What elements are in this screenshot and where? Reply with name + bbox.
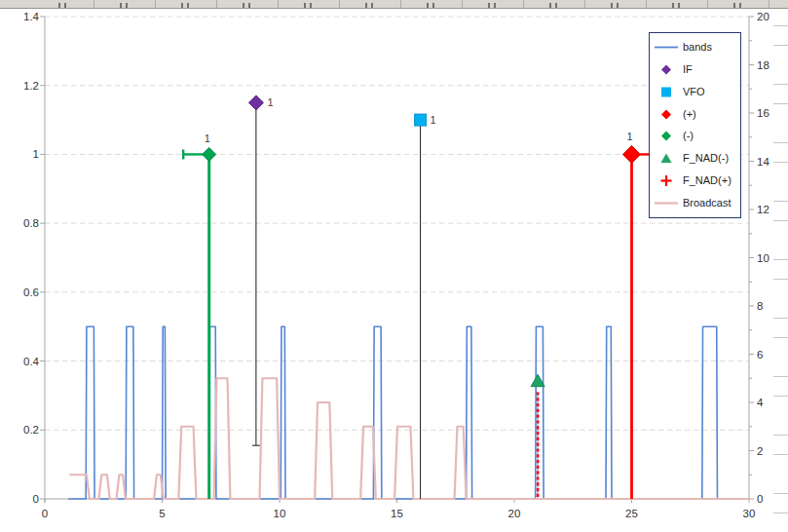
legend-item-label: IF [683,64,693,75]
x-axis-tick-label[interactable]: 30 [743,508,756,519]
legend-square-icon [650,86,683,98]
right-axis-tick-label[interactable]: 0 [757,493,763,505]
marker-VFO[interactable] [415,114,427,126]
spreadsheet-cells-right[interactable] [769,9,788,532]
row-strip-text-remnant [64,3,66,8]
spreadsheet-gridlines [773,9,788,532]
row-strip-text-remnant [672,3,674,8]
x-axis-tick-label[interactable]: 20 [508,508,521,519]
legend-triangle-icon [650,152,683,165]
right-axis-tick-label[interactable]: 10 [757,252,769,264]
row-strip-text-remnant [617,3,619,8]
legend-diamond-icon [650,108,683,121]
data-label-(-): 1 [205,133,210,144]
legend-item-label: Broadcast [683,198,732,209]
spreadsheet-with-chart: 00.20.40.60.811.21.402468101214161820051… [0,0,788,532]
marker-(-)[interactable] [203,147,216,161]
right-axis-tick-label[interactable]: 12 [757,204,769,215]
row-strip-text-remnant [611,3,613,8]
left-axis-tick-label[interactable]: 1 [33,148,39,160]
row-strip-text-remnant [488,3,490,8]
legend-item-label: (-) [683,131,694,141]
row-strip-text-remnant [432,3,434,8]
row-strip-text-remnant [248,3,250,8]
x-axis-tick-label[interactable]: 5 [159,508,165,519]
right-axis-tick-label[interactable]: 16 [757,107,769,119]
right-axis-tick-label[interactable]: 20 [757,11,769,22]
legend-item--[interactable]: (+) [650,104,740,125]
x-axis-tick-label[interactable]: 10 [274,508,286,519]
right-axis-tick-label[interactable]: 8 [757,300,763,312]
row-strip-text-remnant [187,3,189,8]
row-strip-text-remnant [555,3,557,8]
right-axis-tick-label[interactable]: 14 [757,156,769,168]
row-strip-text-remnant [310,3,312,8]
right-axis-tick-label[interactable]: 18 [757,59,769,71]
series-bands[interactable] [68,326,749,499]
row-strip-text-remnant [126,3,128,8]
left-axis-tick-label[interactable]: 0 [33,493,39,505]
row-strip-text-remnant [678,3,680,8]
legend-item-label: (+) [683,109,696,120]
left-axis-tick-label[interactable]: 0.6 [23,286,39,298]
left-axis-tick-label[interactable]: 0.4 [23,356,40,367]
data-label-VFO: 1 [431,114,436,126]
left-axis-tick-label[interactable]: 0.8 [23,217,39,229]
left-axis-tick-label[interactable]: 1.2 [23,80,39,92]
chart-legend[interactable]: bandsIFVFO(+)(-)F_NAD(-)F_NAD(+)Broadcas… [649,32,741,218]
left-axis-tick-label[interactable]: 0.2 [23,424,39,436]
row-strip-text-remnant [739,3,741,8]
x-axis-tick-label[interactable]: 25 [625,508,638,519]
legend-line-icon [650,41,683,54]
row-strip-text-remnant [58,3,60,8]
legend-item--[interactable]: (-) [650,126,740,146]
right-axis-tick-label[interactable]: 4 [757,397,764,408]
legend-item-vfo[interactable]: VFO [650,82,740,102]
row-strip-text-remnant [120,3,122,8]
series-Broadcast[interactable] [69,378,749,499]
legend-item-if[interactable]: IF [650,59,740,80]
legend-item-label: bands [683,42,712,53]
legend-diamond-icon [650,130,683,142]
legend-item-bands[interactable]: bands [650,37,740,57]
marker-IF[interactable] [248,95,263,110]
row-strip-text-remnant [304,3,306,8]
x-axis-tick-label[interactable]: 0 [42,508,48,519]
legend-diamond-icon [650,63,683,76]
row-strip-text-remnant [371,3,373,8]
row-strip-text-remnant [243,3,244,8]
marker-(+)[interactable] [623,145,641,163]
data-label-IF: 1 [267,96,273,108]
row-strip-text-remnant [181,3,183,8]
left-axis-tick-label[interactable]: 1.4 [23,11,40,22]
legend-item-broadcast[interactable]: Broadcast [650,193,740,213]
row-strip-text-remnant [494,3,496,8]
legend-item-f-nad-[interactable]: F_NAD(+) [650,171,740,191]
legend-item-label: F_NAD(-) [683,153,729,164]
legend-line-icon [650,197,683,209]
legend-item-label: VFO [683,87,705,97]
row-strip-text-remnant [733,3,735,8]
legend-plus-icon [650,174,683,187]
row-strip-text-remnant [427,3,429,8]
row-strip-text-remnant [365,3,367,8]
right-axis-tick-label[interactable]: 2 [757,445,763,457]
row-strip-text-remnant [549,3,551,8]
legend-item-f-nad-[interactable]: F_NAD(-) [650,148,740,169]
data-label-(+): 1 [626,131,632,142]
spreadsheet-row-strip[interactable] [0,0,788,9]
right-axis-tick-label[interactable]: 6 [757,349,763,361]
x-axis-tick-label[interactable]: 15 [391,508,403,519]
legend-item-label: F_NAD(+) [683,175,732,186]
